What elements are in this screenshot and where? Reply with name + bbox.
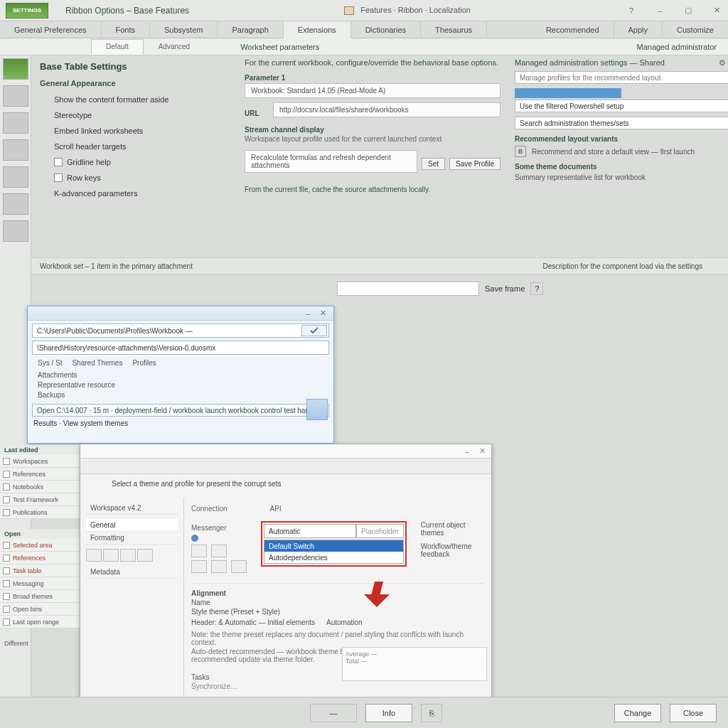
footer-btn-blank[interactable]: —	[310, 704, 357, 722]
subtab-advanced[interactable]: Advanced	[144, 39, 205, 55]
leftlist-workspaces[interactable]: Workspaces	[0, 455, 80, 468]
tab-manage-profiles[interactable]: Manage profiles for the recommended layo…	[515, 71, 728, 84]
explorer-tab-shared[interactable]: Shared Themes	[72, 359, 122, 367]
explorer-open-path[interactable]: Open C:\14.007 · 15 m · deployment-field…	[32, 404, 329, 417]
leftlist-messaging[interactable]: Messaging	[0, 577, 80, 590]
link-workflow-feedback[interactable]: Workflow/theme feedback	[421, 542, 484, 558]
thumb-active[interactable]	[3, 58, 28, 80]
subtab-default[interactable]: Default	[91, 39, 144, 55]
help-icon[interactable]: ?	[626, 5, 637, 16]
ribbon-tabs: General Preferences Fonts Subsystem Para…	[0, 21, 728, 38]
explorer-go-icon[interactable]	[301, 325, 327, 336]
explorer-minimize-icon[interactable]: –	[306, 309, 310, 318]
style-chip-2[interactable]	[103, 549, 119, 562]
explorer-address-2[interactable]: \Shared\History\resource-attachments\Ver…	[32, 341, 329, 355]
dialog-min-icon[interactable]: –	[465, 447, 469, 456]
infobar-input[interactable]	[337, 282, 479, 296]
label-parameter1: Parameter 1	[245, 74, 500, 82]
input-recalc[interactable]: Recalculate formulas and refresh depende…	[245, 150, 417, 173]
dlg-rtab-connection[interactable]: Connection	[191, 505, 228, 513]
tab-paragraph[interactable]: Paragraph	[218, 21, 283, 38]
leftlist-publications[interactable]: Publications	[0, 506, 80, 519]
style-chip-4[interactable]	[137, 549, 153, 562]
leftlist-notebooks[interactable]: Notebooks	[0, 481, 80, 493]
tab-customize[interactable]: Customize	[663, 21, 728, 38]
minimize-icon[interactable]: –	[654, 5, 665, 16]
tab-subsystem[interactable]: Subsystem	[150, 21, 218, 38]
footer-btn-change[interactable]: Change	[614, 704, 661, 722]
grid-chip-3[interactable]	[191, 560, 207, 573]
grid-chip-1[interactable]	[191, 545, 207, 557]
leftlist-selected-area[interactable]: Selected area	[0, 539, 80, 552]
dropdown-option-selected[interactable]: Default Switch	[264, 540, 403, 552]
thumb-2[interactable]	[3, 85, 28, 107]
link-current-themes[interactable]: Current object themes	[421, 521, 484, 537]
explorer-tab-profiles[interactable]: Profiles	[132, 359, 156, 367]
chip-text: Recommend and store a default view — fir…	[532, 148, 695, 156]
dialog-close-icon[interactable]: ✕	[479, 446, 486, 456]
input-filtered[interactable]: Use the filtered Powershell setup	[515, 100, 728, 112]
save-profile-button[interactable]: Save Profile	[449, 158, 500, 170]
thumb-6[interactable]	[3, 193, 28, 215]
document-icon[interactable]	[306, 399, 328, 420]
leftlist-testframework[interactable]: Test Framework	[0, 493, 80, 506]
active-profile-indicator	[515, 88, 621, 98]
set-button[interactable]: Set	[422, 158, 445, 170]
tab-dictionaries[interactable]: Dictionaries	[351, 21, 421, 38]
tab-fonts[interactable]: Fonts	[102, 21, 151, 38]
leftlist-open-bins[interactable]: Open bins	[0, 603, 80, 616]
maximize-icon[interactable]: ▢	[682, 5, 694, 16]
dropdown-placeholder[interactable]: Placeholder	[356, 524, 404, 538]
footer-copy-icon[interactable]: ⎘	[421, 704, 442, 722]
style-chip-1[interactable]	[86, 549, 102, 562]
dialog-searchbar[interactable]	[80, 459, 491, 474]
explorer-item-backups[interactable]: Backups	[38, 390, 323, 400]
gear-icon[interactable]: ⚙	[719, 58, 726, 68]
explorer-item-attachments[interactable]: Attachments	[38, 370, 323, 380]
tab-extensions[interactable]: Extensions	[284, 21, 351, 38]
thumb-5[interactable]	[3, 166, 28, 188]
tab-thesaurus[interactable]: Thesaurus	[421, 21, 487, 38]
tab-recommended[interactable]: Recommended	[532, 21, 614, 38]
dropdown-theme[interactable]: Automatic	[264, 524, 356, 538]
leftlist-references-2[interactable]: References	[0, 552, 80, 564]
explorer-item-resource[interactable]: Representative resource	[38, 380, 323, 390]
thumb-4[interactable]	[3, 139, 28, 161]
dlg-tab-metadata[interactable]: Metadata	[86, 566, 178, 579]
footer-btn-close[interactable]: Close	[670, 704, 717, 722]
explorer-address-1[interactable]: C:\Users\Public\Documents\Profiles\Workb…	[32, 323, 329, 338]
grid-chip-4[interactable]	[211, 560, 227, 573]
leftlist-references[interactable]: References	[0, 468, 80, 481]
explorer-tab-sys[interactable]: Sys / St	[38, 359, 62, 367]
checkbox-icon[interactable]	[54, 158, 63, 166]
grid-chip-2[interactable]	[211, 545, 227, 557]
explorer-titlebar[interactable]: – ✕	[28, 306, 333, 321]
grid-chip-5[interactable]	[231, 560, 247, 573]
leftlist-last-open[interactable]: Last open range	[0, 616, 80, 628]
dlg-rtab-api[interactable]: API	[270, 505, 282, 513]
input-workbook[interactable]: Workbook: Standard 14.05 (Read-Mode A)	[245, 83, 500, 98]
thumb-7[interactable]	[3, 220, 28, 242]
style-chip-3[interactable]	[120, 549, 136, 562]
dialog-titlebar[interactable]: – ✕	[80, 444, 491, 459]
tab-general[interactable]: General Preferences	[0, 21, 102, 38]
input-search-admin[interactable]: Search administration themes/sets	[515, 117, 728, 129]
dialog-notice: Select a theme and profile for present t…	[83, 477, 488, 491]
tab-apply[interactable]: Apply	[614, 21, 663, 38]
radio-icon[interactable]	[191, 535, 198, 542]
footer-btn-info[interactable]: Info	[365, 704, 412, 722]
leftlist-task-table[interactable]: Task table	[0, 564, 80, 577]
explorer-close-icon[interactable]: ✕	[320, 309, 326, 318]
close-icon[interactable]: ✕	[711, 5, 722, 16]
infobar-help-icon[interactable]: ?	[530, 282, 543, 295]
input-url[interactable]: http://docsrv.local/files/shared/workboo…	[273, 102, 500, 117]
leftlist-broad-themes[interactable]: Broad themes	[0, 590, 80, 603]
dropdown-option-2[interactable]: Autodependencies	[264, 552, 403, 563]
checkbox-icon[interactable]	[54, 173, 63, 182]
dlg-tab-general[interactable]: General	[86, 519, 178, 532]
thumb-3[interactable]	[3, 112, 28, 134]
save-frame-button[interactable]: Save frame	[485, 284, 525, 293]
dlg-tab-formatting[interactable]: Formatting	[86, 532, 178, 545]
dlg-tab-workspace[interactable]: Workspace v4.2	[86, 502, 178, 515]
chip-b[interactable]: B	[515, 146, 526, 157]
